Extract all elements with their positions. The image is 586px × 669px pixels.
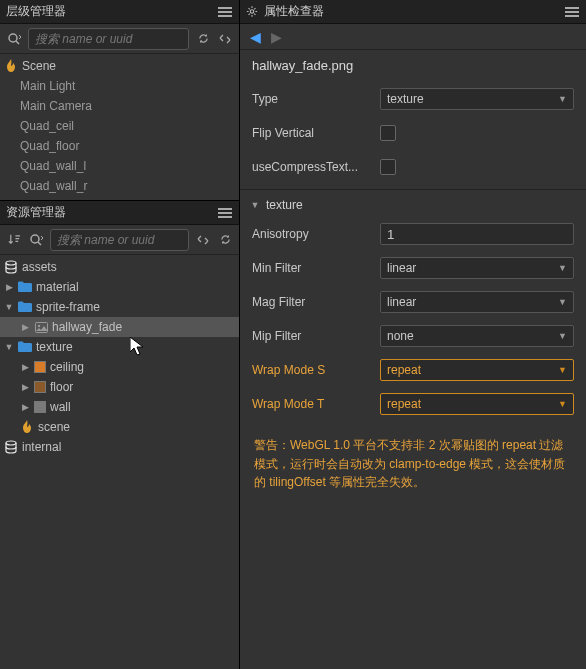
svg-point-0: [9, 34, 17, 42]
gear-icon: [246, 6, 258, 18]
asset-texture-item[interactable]: ▶ ceiling: [0, 357, 239, 377]
panel-menu-icon[interactable]: [564, 4, 580, 20]
prop-wrapt-label: Wrap Mode T: [252, 397, 372, 411]
panel-menu-icon[interactable]: [217, 4, 233, 20]
prop-aniso-label: Anisotropy: [252, 227, 372, 241]
hierarchy-node[interactable]: Main Light: [0, 76, 239, 96]
sort-icon[interactable]: [6, 232, 22, 248]
image-icon: [34, 320, 48, 334]
prop-compress-label: useCompressText...: [252, 160, 372, 174]
scene-root-label: Scene: [22, 59, 56, 73]
hierarchy-search-input[interactable]: [35, 32, 182, 46]
svg-line-1: [16, 41, 19, 44]
hierarchy-node[interactable]: Quad_wall_l: [0, 156, 239, 176]
database-icon: [4, 440, 18, 454]
assets-title: 资源管理器: [6, 204, 66, 221]
chevron-down-icon: ▼: [558, 399, 567, 409]
inspector-basic-props: Type texture ▼ Flip Vertical useCompress…: [240, 81, 586, 190]
asset-hallway-fade[interactable]: ▶ hallway_fade: [0, 317, 239, 337]
search-mode-icon[interactable]: [6, 31, 22, 47]
prop-wraps-label: Wrap Mode S: [252, 363, 372, 377]
assets-panel: 资源管理器: [0, 200, 239, 669]
texture-thumb-icon: [34, 401, 46, 413]
folder-icon: [18, 300, 32, 314]
prop-type-select[interactable]: texture ▼: [380, 88, 574, 110]
collapse-arrow-icon[interactable]: ▶: [20, 362, 30, 372]
hierarchy-node[interactable]: Main Camera: [0, 96, 239, 116]
scene-root[interactable]: Scene: [0, 56, 239, 76]
assets-toolbar: [0, 225, 239, 255]
chevron-down-icon: ▼: [558, 94, 567, 104]
svg-point-6: [37, 324, 39, 326]
svg-point-2: [31, 235, 39, 243]
hierarchy-toolbar: [0, 24, 239, 54]
assets-root[interactable]: assets: [0, 257, 239, 277]
assets-header: 资源管理器: [0, 201, 239, 225]
assets-tree: assets ▶ material ▼ sprite-frame ▶ hallw…: [0, 255, 239, 669]
scene-icon: [20, 420, 34, 434]
refresh-icon[interactable]: [217, 232, 233, 248]
refresh-icon[interactable]: [195, 31, 211, 47]
asset-texture-item[interactable]: ▶ floor: [0, 377, 239, 397]
prop-minfilter-label: Min Filter: [252, 261, 372, 275]
chevron-down-icon: ▼: [558, 365, 567, 375]
asset-texture-item[interactable]: ▶ wall: [0, 397, 239, 417]
inspector-texture-props: Anisotropy Min Filter linear ▼ Mag Filte…: [240, 216, 586, 426]
expand-arrow-icon[interactable]: ▼: [4, 302, 14, 312]
assets-search[interactable]: [50, 229, 189, 251]
texture-thumb-icon: [34, 361, 46, 373]
expand-arrow-icon: ▼: [250, 200, 260, 210]
hierarchy-node[interactable]: Quad_floor: [0, 136, 239, 156]
chevron-down-icon: ▼: [558, 297, 567, 307]
prop-magfilter-label: Mag Filter: [252, 295, 372, 309]
prop-compress-checkbox[interactable]: [380, 159, 396, 175]
expand-icon[interactable]: [217, 31, 233, 47]
prop-magfilter-select[interactable]: linear ▼: [380, 291, 574, 313]
search-mode-icon[interactable]: [28, 232, 44, 248]
folder-material[interactable]: ▶ material: [0, 277, 239, 297]
prop-aniso-input[interactable]: [380, 223, 574, 245]
database-icon: [4, 260, 18, 274]
collapse-arrow-icon[interactable]: ▶: [20, 402, 30, 412]
prop-flip-label: Flip Vertical: [252, 126, 372, 140]
hierarchy-tree: Scene Main Light Main Camera Quad_ceil Q…: [0, 54, 239, 200]
texture-section-header[interactable]: ▼ texture: [240, 190, 586, 216]
assets-search-input[interactable]: [57, 233, 182, 247]
collapse-arrow-icon[interactable]: ▶: [20, 382, 30, 392]
inspector-header: 属性检查器: [240, 0, 586, 24]
folder-texture[interactable]: ▼ texture: [0, 337, 239, 357]
nav-back-icon[interactable]: ◀: [250, 29, 261, 45]
prop-wraps-select[interactable]: repeat ▼: [380, 359, 574, 381]
hierarchy-title: 层级管理器: [6, 3, 66, 20]
nav-fwd-icon[interactable]: ▶: [271, 29, 282, 45]
inspector-nav: ◀ ▶: [240, 24, 586, 50]
svg-point-8: [250, 10, 253, 13]
panel-menu-icon[interactable]: [217, 205, 233, 221]
prop-mipfilter-label: Mip Filter: [252, 329, 372, 343]
hierarchy-node[interactable]: Quad_ceil: [0, 116, 239, 136]
inspector-title: 属性检查器: [264, 3, 324, 20]
expand-arrow-icon[interactable]: ▼: [4, 342, 14, 352]
collapse-arrow-icon[interactable]: ▶: [4, 282, 14, 292]
hierarchy-search[interactable]: [28, 28, 189, 50]
prop-mipfilter-select[interactable]: none ▼: [380, 325, 574, 347]
expand-icon[interactable]: [195, 232, 211, 248]
svg-point-4: [6, 261, 16, 265]
prop-type-label: Type: [252, 92, 372, 106]
scene-icon: [4, 59, 18, 73]
folder-icon: [18, 340, 32, 354]
inspector-panel: 属性检查器 ◀ ▶ hallway_fade.png Type texture …: [240, 0, 586, 669]
collapse-arrow-icon[interactable]: ▶: [20, 322, 30, 332]
hierarchy-header: 层级管理器: [0, 0, 239, 24]
hierarchy-node[interactable]: Quad_wall_r: [0, 176, 239, 196]
folder-icon: [18, 280, 32, 294]
asset-scene[interactable]: scene: [0, 417, 239, 437]
prop-wrapt-select[interactable]: repeat ▼: [380, 393, 574, 415]
assets-internal[interactable]: internal: [0, 437, 239, 457]
inspector-warning: 警告：WebGL 1.0 平台不支持非 2 次幂贴图的 repeat 过滤模式，…: [240, 426, 586, 492]
folder-sprite-frame[interactable]: ▼ sprite-frame: [0, 297, 239, 317]
svg-line-3: [38, 242, 41, 245]
prop-flip-checkbox[interactable]: [380, 125, 396, 141]
texture-thumb-icon: [34, 381, 46, 393]
prop-minfilter-select[interactable]: linear ▼: [380, 257, 574, 279]
